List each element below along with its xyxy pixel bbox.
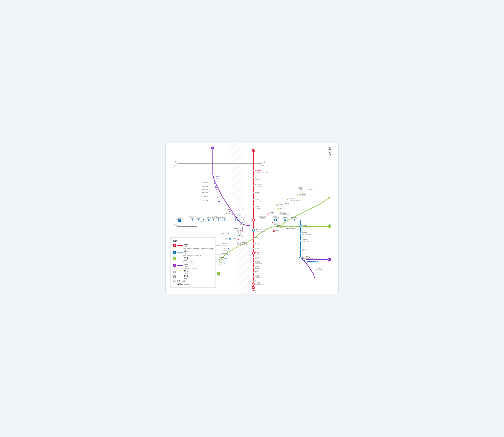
label-lingguan: 灵官渡	[233, 238, 236, 239]
label-xingsha: 星沙	[310, 189, 312, 190]
label-luoyun: 龙云路	[197, 217, 201, 219]
station-wenchangge	[253, 199, 254, 200]
label-huangling: 黄土岭	[255, 252, 259, 253]
station-shumuling	[253, 248, 254, 249]
label-yanghu-wet: 洋湖湿地	[219, 257, 224, 258]
label-yangguang: 阳光	[224, 248, 227, 249]
label-railway-campus: 铁道学院	[255, 261, 260, 263]
label-nanmen: 南门口	[237, 234, 241, 236]
label-bishu: 碧沙湖	[237, 242, 241, 244]
label-yingbin: 迎宾路口	[269, 212, 274, 214]
transfer-huangling	[252, 252, 255, 254]
station-tujiachong	[253, 257, 254, 258]
station-lingguan	[237, 239, 238, 240]
label-guangda-en: Guangda	[314, 258, 319, 259]
legend-badge-4: 4	[173, 264, 176, 267]
station-shatang	[253, 243, 254, 244]
station-binjiang	[218, 200, 220, 202]
label-xihu: 西湖公园	[216, 217, 221, 219]
legend-line6-en: Line 6	[184, 277, 188, 279]
legend-transfer-label-en: Transfer	[184, 284, 190, 285]
label-duhua-en: Duhua Road	[302, 250, 308, 251]
label-yanghu-new-en: Yanghu ECO Town	[217, 254, 226, 256]
transfer-zhongxin	[252, 283, 255, 285]
station-ami	[273, 230, 275, 232]
station-changsha-ave	[300, 233, 301, 234]
label-railway-en: Railway Station	[272, 216, 279, 217]
legend-line4-bar	[177, 265, 183, 266]
station-xihu	[218, 219, 219, 221]
legend-badge-5: 5	[173, 271, 176, 273]
label-meixihu-east: 梅溪湖东	[190, 217, 195, 219]
label-yueyue: 月亮岛西	[203, 181, 208, 183]
station-kaifu	[253, 170, 254, 171]
line3-badge-e-text: 3	[328, 225, 329, 227]
legend-line4-label: 4号线 Line 4	[184, 263, 188, 268]
station-fuhe	[229, 238, 231, 240]
label-tujiachong: 涂家冲	[255, 257, 259, 258]
compass-icon	[327, 150, 332, 157]
label-guanling: 雎子岭	[216, 176, 220, 177]
label-sifangping: 四方坪	[279, 204, 282, 205]
label-youyi-en: Youyi Road	[255, 268, 261, 269]
label-martyr-en: East Martyr's Park	[280, 214, 289, 215]
station-xianlong	[301, 191, 303, 192]
label-provincial-en: Provincial Government	[255, 272, 266, 274]
legend-line3-label: 3号线 Line 3	[184, 257, 188, 261]
label-huangling-en: Huangling	[255, 254, 260, 255]
station-jintai	[284, 219, 286, 221]
legend-line1-cn: 1号线	[184, 244, 188, 246]
label-wenchangge-en: Wenchangge	[255, 200, 262, 202]
station-xiangjiang-new	[215, 186, 216, 188]
label-kaifu-district: 开福区政府	[255, 170, 262, 171]
legend-line4: 4 4号线 Line 4	[173, 263, 213, 268]
station-machang	[253, 177, 254, 178]
label-jinxing: 金星路	[212, 217, 215, 219]
line3-south-west	[219, 226, 280, 273]
label-meixihu-west: 梅溪湖西	[177, 217, 182, 219]
label-jinxing-en: Jinxing Road	[210, 216, 217, 217]
legend-badge-6: 6	[173, 276, 176, 278]
label-wangyue: 望月湖	[226, 213, 230, 215]
label-railway-campus-en: Railway Campus	[255, 263, 263, 264]
label-martyr: 烈士公园东	[280, 212, 287, 214]
legend-line1-endpoints: Kaifu District Government — Shangshuangt…	[183, 248, 213, 249]
line5-label-right: 5号线	[262, 165, 265, 166]
legend-line1-bar	[177, 245, 183, 246]
label-juzizhou: 橘子洲	[234, 217, 238, 219]
station-central-south	[228, 244, 229, 245]
legend-line1: 1 1号线 Line 1	[173, 244, 213, 248]
legend-line5-cn: 5号线	[184, 270, 188, 272]
line6-terminus-left	[176, 226, 177, 227]
label-jintai: 锦泰广场	[282, 217, 288, 219]
label-central-south-en: Central South University	[215, 245, 227, 246]
station-hunan-univ	[228, 234, 229, 235]
line4-badge-e-text: 4	[328, 258, 330, 260]
station-xiangjiang-middle	[242, 223, 243, 224]
label-shawan: 沙湾公园	[302, 239, 307, 240]
label-railway-station: 长沙火车站	[272, 217, 279, 219]
legend-line6-bar	[177, 277, 183, 277]
label-changsha-univ-en: Changsha University	[290, 200, 300, 201]
transfer-renmin	[300, 225, 302, 228]
label-shatang: 砂子塘	[255, 242, 259, 244]
line3-badge-s-text: 3	[218, 273, 219, 275]
label-hunan-normal: 湖南师大	[233, 228, 239, 229]
label-machang-en: Machang	[255, 179, 260, 180]
label-provincial: 省政府	[255, 271, 259, 272]
station-gulhua	[288, 226, 289, 227]
station-wangchengpo	[208, 219, 210, 221]
legend-line2-en: Line 2	[184, 252, 188, 254]
legend-badge-2: 2	[173, 251, 176, 254]
label-xianlong: 湘龙	[299, 188, 302, 190]
label-guihua: 桂花坪	[255, 275, 259, 277]
label-zhongxin: 中信广场	[255, 282, 260, 284]
legend-line1-en: Line 1	[184, 246, 188, 248]
transfer-huangxing-sq	[252, 229, 255, 231]
legend-line3-cn: 3号线	[184, 257, 188, 259]
label-yaque: 雅雀湖	[285, 203, 289, 204]
station-nanhu	[247, 243, 248, 244]
station-yingbin	[267, 213, 268, 214]
station-kaifu-temple	[253, 192, 254, 193]
line3-northeast	[280, 198, 329, 226]
